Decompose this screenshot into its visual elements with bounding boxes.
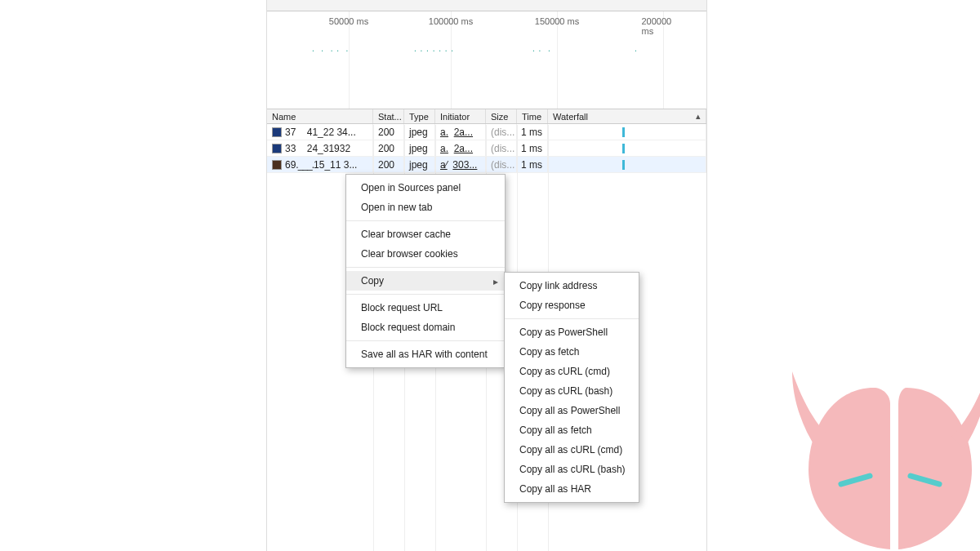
menu-copy-all-curl-cmd[interactable]: Copy all as cURL (cmd) <box>505 440 639 460</box>
svg-line-0 <box>841 476 870 484</box>
menu-save-har[interactable]: Save all as HAR with content <box>346 344 505 364</box>
col-status[interactable]: Stat... <box>373 109 404 123</box>
timeline-label: 50000 ms <box>329 16 368 26</box>
timeline-activity: . . . <box>532 44 551 69</box>
menu-block-domain[interactable]: Block request domain <box>346 318 505 337</box>
menu-separator <box>346 294 505 295</box>
waterfall-bar <box>622 160 625 170</box>
sort-ascending-icon: ▴ <box>696 111 701 122</box>
menu-copy-curl-bash[interactable]: Copy as cURL (bash) <box>505 381 639 401</box>
menu-separator <box>505 318 639 319</box>
timeline-label: 100000 ms <box>429 16 473 26</box>
timeline-activity: . . . . . . . <box>414 44 454 69</box>
thumbnail-icon <box>272 144 282 153</box>
menu-copy-powershell[interactable]: Copy as PowerShell <box>505 322 639 342</box>
timeline-label: 200000 ms <box>642 16 685 36</box>
menu-copy-fetch[interactable]: Copy as fetch <box>505 342 639 362</box>
menu-copy-all-har[interactable]: Copy all as HAR <box>505 479 639 499</box>
menu-block-url[interactable]: Block request URL <box>346 298 505 318</box>
menu-copy-all-fetch[interactable]: Copy all as fetch <box>505 420 639 440</box>
timeline-label: 150000 ms <box>535 16 579 26</box>
initiator-link[interactable]: 303... <box>452 159 477 171</box>
menu-clear-cache[interactable]: Clear browser cache <box>346 224 505 244</box>
col-initiator[interactable]: Initiator <box>435 109 486 123</box>
copy-submenu: Copy link address Copy response Copy as … <box>504 272 639 503</box>
col-size[interactable]: Size <box>486 109 517 123</box>
col-name[interactable]: Name <box>267 109 373 123</box>
menu-copy-all-curl-bash[interactable]: Copy all as cURL (bash) <box>505 460 639 479</box>
thumbnail-icon <box>272 160 282 170</box>
menu-separator <box>346 267 505 268</box>
initiator-link[interactable]: 2a... <box>454 127 473 138</box>
watermark-logo <box>768 371 980 551</box>
menu-copy[interactable]: Copy▸ <box>346 271 505 291</box>
thumbnail-icon <box>272 127 282 137</box>
menu-open-new-tab[interactable]: Open in new tab <box>346 198 505 217</box>
menu-copy-all-powershell[interactable]: Copy all as PowerShell <box>505 401 639 420</box>
timeline-overview[interactable]: 50000 ms 100000 ms 150000 ms 200000 ms .… <box>267 11 706 109</box>
request-table: 37 41_22 34... 200 jpeg a. 2a... (dis...… <box>267 124 706 173</box>
col-type[interactable]: Type <box>404 109 435 123</box>
table-row[interactable]: 33 24_31932 200 jpeg a. 2a... (dis... 1 … <box>267 140 706 157</box>
col-waterfall[interactable]: Waterfall▴ <box>548 109 706 123</box>
menu-copy-link[interactable]: Copy link address <box>505 276 639 295</box>
initiator-link[interactable]: a⁄ <box>440 159 448 171</box>
waterfall-bar <box>622 144 625 153</box>
timeline-activity: . <box>635 44 638 69</box>
menu-copy-curl-cmd[interactable]: Copy as cURL (cmd) <box>505 362 639 381</box>
table-row[interactable]: 37 41_22 34... 200 jpeg a. 2a... (dis...… <box>267 124 706 140</box>
submenu-arrow-icon: ▸ <box>493 276 498 287</box>
table-header[interactable]: Name Stat... Type Initiator Size Time Wa… <box>267 109 706 124</box>
waterfall-bar <box>622 127 625 137</box>
menu-open-sources[interactable]: Open in Sources panel <box>346 178 505 198</box>
initiator-link[interactable]: a. <box>440 127 448 138</box>
filter-bar: All <box>267 0 706 11</box>
timeline-activity: . . . . . <box>312 44 349 69</box>
initiator-link[interactable]: 2a... <box>454 143 473 154</box>
menu-clear-cookies[interactable]: Clear browser cookies <box>346 244 505 264</box>
menu-copy-response[interactable]: Copy response <box>505 295 639 315</box>
initiator-link[interactable]: a. <box>440 143 448 154</box>
table-row[interactable]: 69.___.15_11 3... 200 jpeg a⁄ 303... (di… <box>267 157 706 173</box>
svg-line-1 <box>911 476 939 484</box>
menu-separator <box>346 340 505 341</box>
context-menu: Open in Sources panel Open in new tab Cl… <box>345 174 506 368</box>
menu-separator <box>346 220 505 221</box>
col-time[interactable]: Time <box>517 109 548 123</box>
